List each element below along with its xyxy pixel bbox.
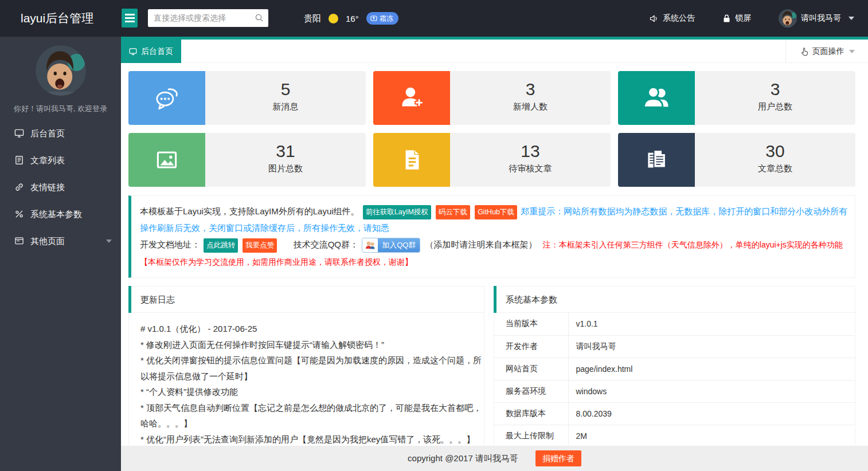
user-menu[interactable]: 请叫我马哥 [779,9,854,28]
chevron-down-icon [106,240,112,243]
stat-card-new-users[interactable]: 3 新增人数 [373,71,611,125]
documents-icon [618,133,695,187]
notice-panel: 本模板基于Layui实现，支持除LayIM外所有的Layui组件。 前往获取La… [128,195,855,278]
sysparams-table: 当前版本v1.0.1 开发作者请叫我马哥 网站首页page/index.html… [494,313,855,448]
app-logo: layui后台管理 [21,0,93,37]
document-icon [373,133,450,187]
like-button[interactable]: 我要点赞 [243,238,277,253]
changelog-line: * 优化关闭弹窗按钮的提示信息位置问题【可能是因为加载速度的原因，造成这个问题，… [140,352,482,384]
sidebar-avatar [36,45,86,96]
stat-cards: 5 新消息 3 新增人数 3 用户总数 [128,71,855,187]
stat-value: 30 [695,142,855,160]
table-row: 最大上传限制2M [494,425,855,447]
weather-widget: 贵阳 16° 霜冻 [304,0,398,37]
stat-card-total-users[interactable]: 3 用户总数 [618,71,855,125]
footer: copyright @2017 请叫我马哥 捐赠作者 [121,446,868,471]
speaker-icon [649,14,659,23]
weather-temperature: 16° [346,14,359,23]
qq-note: （添加时请注明来自本框架） [425,240,537,249]
sysparams-title: 系统基本参数 [494,286,855,313]
notice-intro: 本模板基于Layui实现，支持除LayIM外所有的Layui组件。 [140,206,359,216]
github-download-button[interactable]: GitHub下载 [475,205,517,219]
stat-card-total-articles[interactable]: 30 文章总数 [618,133,855,187]
stat-card-total-images[interactable]: 31 图片总数 [128,133,366,187]
sun-icon [329,14,338,23]
changelog-panel: 更新日志 # v1.0.1（优化） - 2017-06-25 * 修改刚进入页面… [128,286,484,456]
stat-label: 待审核文章 [450,163,611,174]
copyright-text: copyright @2017 请叫我马哥 [408,453,518,464]
link-icon [14,182,24,192]
changelog-line: * 修改刚进入页面无任何操作时按回车键提示“请输入解锁密码！” [140,337,482,353]
changelog-body: # v1.0.1（优化） - 2017-06-25 * 修改刚进入页面无任何操作… [129,313,484,455]
header: layui后台管理 贵阳 16° 霜冻 系统公告 锁屏 请叫我马哥 [0,0,868,37]
stat-value: 3 [450,80,611,99]
chevron-down-icon [849,17,854,20]
sidebar-item-links[interactable]: 友情链接 [0,174,121,201]
user-add-icon [373,71,450,125]
article-icon [14,155,24,165]
stat-card-pending-articles[interactable]: 13 待审核文章 [373,133,611,187]
table-row: 开发作者请叫我马哥 [494,335,855,358]
sidebar: 你好！请叫我马哥, 欢迎登录 后台首页 文章列表 友情链接 系统基本参数 其他页… [0,37,121,471]
table-row: 数据库版本8.00.2039 [494,402,855,425]
stat-value: 13 [450,142,611,160]
table-row: 网站首页page/index.html [494,358,855,380]
sidebar-menu: 后台首页 文章列表 友情链接 系统基本参数 其他页面 [0,120,121,254]
system-announcement[interactable]: 系统公告 [649,13,695,23]
tab-home[interactable]: 后台首页 [121,40,181,63]
monitor-icon [14,128,24,138]
main-area: 后台首页 页面操作 5 新消息 3 [121,37,868,471]
changelog-line: * “个人资料”提供修改功能 [140,384,482,400]
changelog-line: * 顶部天气信息自动判断位置【忘记之前是怎么想的做成北京的了，可能是我在大首都吧… [140,400,482,431]
page-actions-button[interactable]: 页面操作 [785,40,868,63]
qq-avatars-icon [362,238,378,252]
users-icon [618,71,695,125]
hand-pointer-icon [800,47,809,56]
stat-label: 新消息 [205,101,366,112]
lock-icon [722,14,731,23]
join-qq-button[interactable]: 加入QQ群 [362,238,420,253]
pages-icon [14,236,24,246]
stat-label: 用户总数 [695,101,855,112]
tab-bar: 后台首页 页面操作 [121,40,868,63]
table-row: 当前版本v1.0.1 [494,313,855,335]
stat-value: 5 [205,80,366,99]
sidebar-item-other-pages[interactable]: 其他页面 [0,227,121,254]
user-avatar [779,9,797,28]
image-icon [128,133,205,187]
search-box [148,9,268,27]
sysparams-panel: 系统基本参数 当前版本v1.0.1 开发作者请叫我马哥 网站首页page/ind… [494,286,855,456]
qq-group-label: 技术交流QQ群： [294,240,358,249]
donate-button[interactable]: 捐赠作者 [535,450,581,466]
sidebar-item-home[interactable]: 后台首页 [0,120,121,147]
weather-alert-badge: 霜冻 [366,12,398,25]
changelog-line: * 优化“用户列表”无法查询到新添加的用户【竟然是因为我把key值写错了，该死。… [140,431,482,448]
chat-icon [128,71,205,125]
stat-label: 文章总数 [695,163,855,174]
chevron-down-icon [849,50,855,53]
stat-card-new-messages[interactable]: 5 新消息 [128,71,366,125]
lock-screen[interactable]: 锁屏 [722,13,751,23]
table-row: 服务器环境windows [494,380,855,402]
welcome-text: 你好！请叫我马哥, 欢迎登录 [0,104,121,114]
stat-value: 31 [205,142,366,160]
weather-city: 贵阳 [304,13,321,24]
layim-auth-button[interactable]: 前往获取LayIM授权 [363,205,431,219]
doc-address-label: 开发文档地址： [140,240,200,249]
sidebar-item-articles[interactable]: 文章列表 [0,147,121,174]
stat-label: 图片总数 [205,163,366,174]
search-icon[interactable] [255,13,264,22]
gitee-download-button[interactable]: 码云下载 [436,205,470,219]
search-input[interactable] [148,9,245,26]
doc-jump-button[interactable]: 点此跳转 [204,238,238,253]
stat-label: 新增人数 [450,101,611,112]
changelog-title: 更新日志 [129,286,484,313]
frost-alert-icon [370,15,377,22]
sidebar-item-params[interactable]: 系统基本参数 [0,201,121,227]
settings-icon [14,209,24,219]
stat-value: 3 [695,80,855,99]
user-name: 请叫我马哥 [801,13,841,23]
changelog-line: # v1.0.1（优化） - 2017-06-25 [140,321,482,337]
menu-toggle-button[interactable] [122,9,138,28]
monitor-icon [129,48,137,56]
